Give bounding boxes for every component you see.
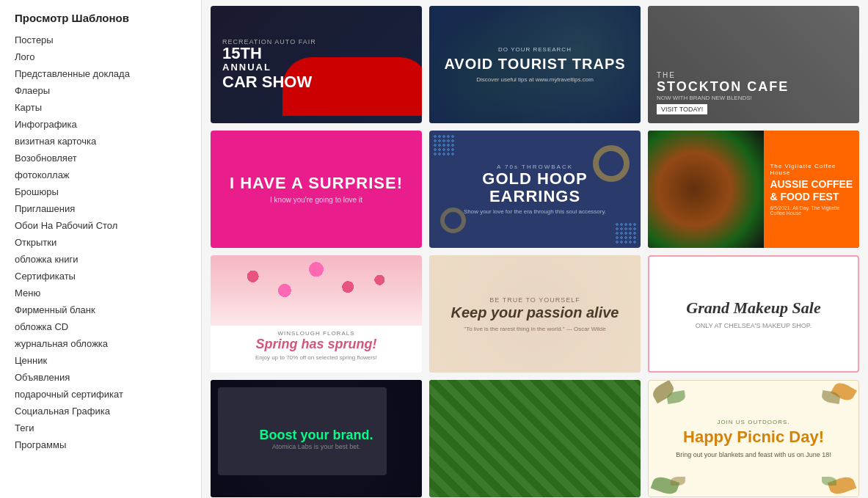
sidebar-item-book-cover[interactable]: обложка книги <box>15 251 201 268</box>
sidebar-title: Просмотр Шаблонов <box>15 12 201 24</box>
picnic-sub: Bring out your blankets and feast with u… <box>676 451 831 458</box>
spring-main: Spring has sprung! <box>255 337 377 352</box>
sidebar-item-programs[interactable]: Программы <box>15 436 201 453</box>
sidebar-item-presentations[interactable]: Представленные доклада <box>15 65 201 82</box>
aussie-main: AUSSIE COFFEE <box>770 179 853 190</box>
tourist-pre: DO YOUR RESEARCH <box>444 46 625 53</box>
sidebar-item-business-card[interactable]: визитная карточка <box>15 133 201 150</box>
picnic-pre: JOIN US OUTDOORS. <box>717 419 789 425</box>
boost-sub: Atomica Labs is your best bet. <box>259 443 373 450</box>
flower-dots-decoration <box>211 255 422 326</box>
sidebar-item-price-tag[interactable]: Ценник <box>15 352 201 369</box>
sidebar-item-brochures[interactable]: Брошюры <box>15 183 201 200</box>
sidebar-item-photo-collage[interactable]: фотоколлаж <box>15 166 201 183</box>
sidebar-item-menu[interactable]: Меню <box>15 285 201 301</box>
aussie-food-image <box>648 131 764 248</box>
car-show-num: 15TH <box>222 45 410 62</box>
spring-sub: Enjoy up to 70% off on selected spring f… <box>255 354 377 361</box>
sidebar-item-certificates[interactable]: Сертификаты <box>15 268 201 285</box>
stockton-name: STOCKTON CAFE <box>657 79 789 95</box>
passion-pre: BE TRUE TO YOURSELF <box>489 296 580 304</box>
sidebar-item-desktop[interactable]: Обои На Рабочий Стол <box>15 217 201 234</box>
template-card-spring[interactable]: WINSLOUGH FLORALS Spring has sprung! Enj… <box>211 255 422 373</box>
template-card-gold-hoop[interactable]: A 70s THROWBACK GOLD HOOP EARRINGS Show … <box>429 131 641 248</box>
car-show-annual: ANNUAL <box>222 62 410 73</box>
sidebar-item-cards[interactable]: Карты <box>15 99 201 116</box>
sidebar-item-logo[interactable]: Лого <box>15 48 201 65</box>
dots-decoration-tl <box>433 134 455 156</box>
surprise-main: I HAVE A SURPRISE! <box>230 175 403 191</box>
template-card-grand-makeup[interactable]: Grand Makeup Sale ONLY AT CHELSEA'S MAKE… <box>648 255 859 373</box>
sidebar-item-tags[interactable]: Теги <box>15 420 201 436</box>
ring-decoration-right <box>593 145 630 182</box>
sidebar-item-resumes[interactable]: Возобновляет <box>15 150 201 166</box>
stockton-visit: VISIT TODAY! <box>657 104 707 114</box>
spring-shop-name: WINSLOUGH FLORALS <box>255 330 377 337</box>
template-card-picnic[interactable]: JOIN US OUTDOORS. Happy Picnic Day! Brin… <box>648 380 859 497</box>
aussie-fest: & FOOD FEST <box>770 191 853 202</box>
ring-decoration-left <box>440 208 466 233</box>
tourist-main: AVOID TOURIST TRAPS <box>444 56 625 72</box>
template-card-boost[interactable]: Boost your brand. Atomica Labs is your b… <box>211 380 422 497</box>
sidebar-item-announcements[interactable]: Объявления <box>15 369 201 386</box>
sidebar-item-flyers[interactable]: Флаеры <box>15 82 201 99</box>
sidebar-item-gift-certificate[interactable]: подарочный сертификат <box>15 386 201 403</box>
template-card-surprise[interactable]: I HAVE A SURPRISE! I know you're going t… <box>211 131 422 248</box>
gold-hoop-sub: Show your love for the era through this … <box>464 208 606 215</box>
sidebar: Просмотр Шаблонов Постеры Лого Представл… <box>0 0 202 498</box>
aussie-cafe-name: The Vigilatte Coffee House <box>770 163 853 176</box>
grand-makeup-main: Grand Makeup Sale <box>686 299 820 318</box>
passion-quote: "To live is the rarest thing in the worl… <box>464 326 605 332</box>
template-card-passion[interactable]: BE TRUE TO YOURSELF Keep your passion al… <box>429 255 641 373</box>
sidebar-item-magazine-cover[interactable]: журнальная обложка <box>15 335 201 352</box>
picnic-main: Happy Picnic Day! <box>683 428 824 446</box>
speech-bubble-icon <box>309 245 324 248</box>
dots-decoration-br <box>615 222 637 244</box>
template-card-tourist-traps[interactable]: DO YOUR RESEARCH AVOID TOURIST TRAPS Dis… <box>429 6 641 123</box>
template-card-green-beans[interactable] <box>429 380 641 497</box>
sidebar-item-invitations[interactable]: Приглашения <box>15 200 201 217</box>
aussie-date: 6/5/2021. All Day. The Vigilatte Coffee … <box>770 205 853 216</box>
template-grid: RECREATION AUTO FAIR 15TH ANNUAL CAR SHO… <box>211 6 859 498</box>
boost-main: Boost your brand. <box>259 428 373 443</box>
template-card-aussie-coffee[interactable]: The Vigilatte Coffee House AUSSIE COFFEE… <box>648 131 859 248</box>
grand-makeup-sub: ONLY AT CHELSEA'S MAKEUP SHOP. <box>696 322 812 329</box>
template-card-stockton-cafe[interactable]: THE STOCKTON CAFE NOW WITH BRAND NEW BLE… <box>648 6 859 123</box>
sidebar-item-social-graphics[interactable]: Социальная Графика <box>15 403 201 420</box>
template-card-car-show[interactable]: RECREATION AUTO FAIR 15TH ANNUAL CAR SHO… <box>211 6 422 123</box>
green-beans-image <box>429 380 641 497</box>
sidebar-item-cd-cover[interactable]: обложка CD <box>15 318 201 335</box>
stockton-tagline: NOW WITH BRAND NEW BLENDS! <box>657 95 789 101</box>
sidebar-item-letterhead[interactable]: Фирменный бланк <box>15 301 201 318</box>
car-show-show: CAR SHOW <box>222 73 410 92</box>
sidebar-item-posters[interactable]: Постеры <box>15 32 201 48</box>
sidebar-item-infographic[interactable]: Инфографика <box>15 116 201 133</box>
tourist-sub: Discover useful tips at www.mytraveltips… <box>444 76 625 83</box>
surprise-sub: I know you're going to love it <box>270 196 362 204</box>
stockton-the: THE <box>657 71 789 79</box>
sidebar-item-postcards[interactable]: Открытки <box>15 234 201 251</box>
passion-main: Keep your passion alive <box>451 304 619 321</box>
template-grid-container: RECREATION AUTO FAIR 15TH ANNUAL CAR SHO… <box>202 0 868 498</box>
